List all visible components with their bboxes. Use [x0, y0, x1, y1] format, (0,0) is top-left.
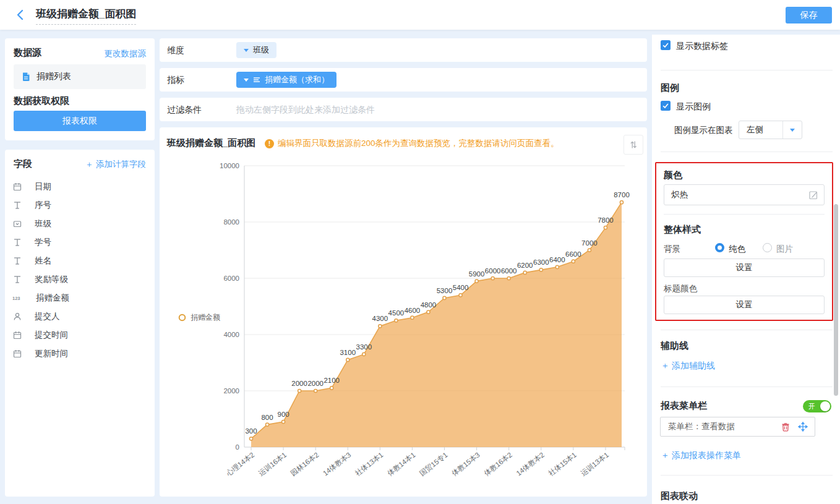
data-point-marker[interactable]	[281, 420, 285, 423]
filter-placeholder: 拖动左侧字段到此处来添加过滤条件	[236, 98, 375, 121]
data-point-marker[interactable]	[459, 294, 462, 297]
field-item-2[interactable]: 班级	[5, 215, 155, 233]
background-set-button[interactable]: 设置	[664, 258, 825, 277]
data-point-marker[interactable]	[330, 387, 333, 390]
data-point-marker[interactable]	[298, 389, 301, 392]
color-theme-value: 炽热	[671, 185, 688, 205]
x-axis-tick-label: 14体教本3	[322, 451, 353, 477]
metric-label: 指标	[167, 68, 184, 92]
data-point-label: 5300	[437, 287, 453, 294]
menu-toggle[interactable]: 开	[803, 400, 831, 412]
color-theme-input[interactable]: 炽热	[664, 184, 825, 205]
menu-item-row[interactable]: 菜单栏：查看数据	[660, 417, 815, 437]
data-point-marker[interactable]	[346, 358, 349, 361]
top-bar: 班级捐赠金额_面积图 保存	[0, 0, 840, 30]
x-axis-tick-label: 体教15本3	[450, 451, 481, 477]
x-axis-tick-label: 14体教本2	[515, 451, 546, 477]
data-point-marker[interactable]	[379, 325, 382, 328]
field-item-1[interactable]: 序号	[5, 196, 155, 215]
page-title: 班级捐赠金额_面积图	[36, 7, 136, 25]
edit-icon[interactable]	[808, 190, 818, 200]
toggle-on-label: 开	[808, 400, 815, 412]
data-point-marker[interactable]	[604, 226, 607, 229]
field-item-9[interactable]: 更新时间	[5, 344, 155, 363]
field-item-8[interactable]: 提交时间	[5, 326, 155, 344]
divider	[661, 70, 833, 70]
field-label: 姓名	[35, 255, 51, 267]
field-item-0[interactable]: 日期	[5, 177, 155, 196]
background-image-radio[interactable]	[763, 243, 772, 252]
data-point-label: 800	[261, 414, 273, 421]
divider	[661, 152, 833, 152]
trash-icon[interactable]	[781, 422, 791, 432]
legend-section-title: 图例	[661, 82, 679, 94]
metric-row: 指标 捐赠金额（求和）	[160, 68, 647, 92]
dimension-row: 维度 班级	[160, 38, 647, 62]
data-point-marker[interactable]	[249, 437, 252, 440]
add-guideline-link[interactable]: ＋ 添加辅助线	[661, 361, 715, 372]
chevron-down-icon	[244, 79, 249, 82]
title-color-label: 标题颜色	[664, 283, 697, 294]
save-button[interactable]: 保存	[786, 7, 832, 23]
legend-position-value: 左侧	[747, 121, 763, 139]
data-point-label: 6000	[501, 267, 517, 275]
document-icon	[21, 72, 31, 82]
data-point-marker[interactable]	[362, 352, 366, 356]
data-point-marker[interactable]	[523, 271, 526, 274]
data-point-label: 2000	[307, 380, 324, 387]
data-point-marker[interactable]	[507, 276, 510, 280]
data-point-marker[interactable]	[588, 249, 591, 252]
data-point-marker[interactable]	[427, 310, 430, 314]
filter-row[interactable]: 过滤条件 拖动左侧字段到此处来添加过滤条件	[160, 98, 647, 121]
change-datasource-link[interactable]: 更改数据源	[105, 48, 147, 59]
background-solid-label[interactable]: 纯色	[729, 244, 745, 255]
field-label: 更新时间	[35, 348, 68, 359]
title-color-set-button[interactable]: 设置	[664, 296, 825, 314]
divider	[661, 330, 833, 330]
scrollbar[interactable]	[834, 204, 838, 396]
data-point-marker[interactable]	[411, 316, 414, 319]
data-point-marker[interactable]	[443, 296, 446, 299]
style-section-title: 整体样式	[664, 224, 701, 236]
field-item-3[interactable]: 学号	[5, 233, 155, 252]
guideline-section-title: 辅助线	[661, 340, 688, 352]
permission-title: 数据获取权限	[14, 95, 69, 107]
report-permission-button[interactable]: 报表权限	[14, 111, 146, 131]
data-point-label: 4600	[405, 307, 421, 314]
show-legend-checkbox[interactable]	[661, 101, 671, 111]
add-calc-field-link[interactable]: ＋ 添加计算字段	[85, 159, 146, 170]
data-point-marker[interactable]	[555, 265, 559, 268]
data-point-label: 6200	[517, 262, 533, 269]
menu-section-title: 报表菜单栏	[661, 400, 707, 412]
data-point-label: 6600	[565, 250, 581, 258]
data-point-marker[interactable]	[265, 423, 268, 426]
data-point-marker[interactable]	[539, 268, 542, 271]
metric-tag[interactable]: 捐赠金额（求和）	[236, 72, 336, 88]
data-point-label: 5400	[453, 284, 469, 291]
show-data-label-checkbox[interactable]	[661, 40, 671, 50]
move-icon[interactable]	[798, 422, 808, 432]
legend-position-select[interactable]: 左侧	[739, 121, 802, 139]
data-point-label: 5900	[469, 270, 485, 278]
data-point-marker[interactable]	[491, 276, 494, 280]
fields-panel: 字段 ＋ 添加计算字段 日期序号班级学号姓名奖励等级123捐赠金额提交人提交时间…	[5, 150, 155, 497]
datasource-panel: 数据源 更改数据源 捐赠列表 数据获取权限 报表权限	[5, 38, 155, 140]
field-item-5[interactable]: 奖励等级	[5, 270, 155, 289]
data-point-marker[interactable]	[395, 319, 398, 322]
field-item-4[interactable]: 姓名	[5, 252, 155, 270]
data-point-marker[interactable]	[620, 201, 623, 204]
datasource-item[interactable]: 捐赠列表	[14, 64, 146, 89]
data-point-marker[interactable]	[475, 280, 478, 283]
background-solid-radio[interactable]	[715, 243, 724, 252]
dimension-tag[interactable]: 班级	[236, 42, 276, 58]
data-point-label: 6300	[533, 258, 549, 266]
add-report-menu-link[interactable]: ＋ 添加报表操作菜单	[661, 450, 741, 461]
back-icon[interactable]	[15, 9, 27, 21]
field-label: 学号	[35, 237, 51, 248]
calendar-icon	[12, 182, 28, 192]
field-item-7[interactable]: 提交人	[5, 307, 155, 326]
background-image-label[interactable]: 图片	[776, 244, 793, 255]
data-point-marker[interactable]	[314, 389, 317, 392]
data-point-marker[interactable]	[572, 260, 575, 263]
field-item-6[interactable]: 123捐赠金额	[5, 289, 155, 307]
